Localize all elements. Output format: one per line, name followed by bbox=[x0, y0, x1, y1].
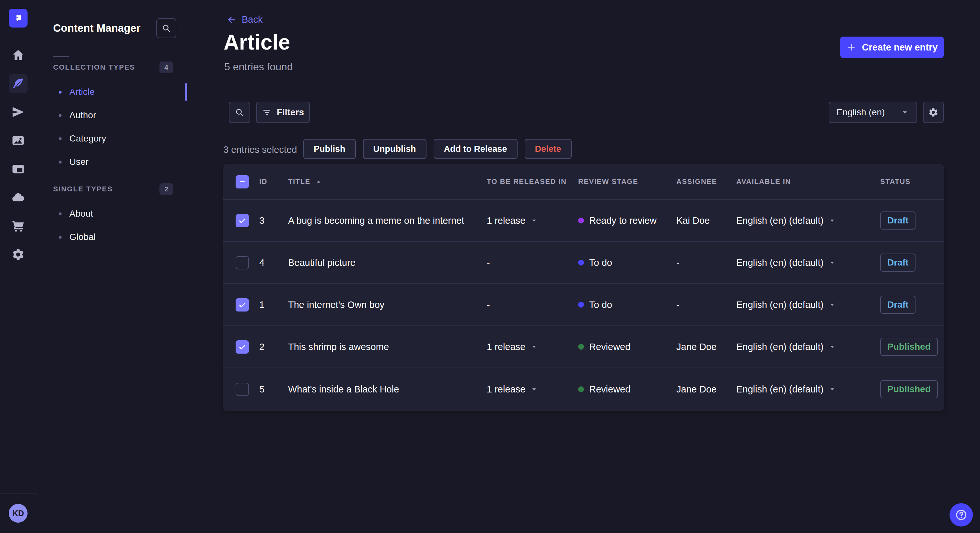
column-header-title-label: TITLE bbox=[288, 178, 310, 186]
filter-icon bbox=[262, 108, 272, 117]
table-row[interactable]: 1The internet's Own boy-To do-English (e… bbox=[223, 284, 944, 326]
add-to-release-button[interactable]: Add to Release bbox=[434, 139, 517, 159]
sidebar-divider bbox=[53, 56, 69, 57]
sidebar-item-category[interactable]: Category bbox=[37, 127, 187, 150]
main-content: Back Article 5 entries found Create new … bbox=[187, 0, 980, 533]
sidebar-item-about[interactable]: About bbox=[37, 202, 187, 225]
locale-label: English (en) (default) bbox=[736, 342, 824, 352]
status-badge: Draft bbox=[880, 211, 915, 230]
view-settings-button[interactable] bbox=[923, 102, 944, 123]
sort-ascending-icon bbox=[314, 178, 323, 186]
sidebar-item-author[interactable]: Author bbox=[37, 104, 187, 127]
row-checkbox[interactable] bbox=[235, 298, 249, 311]
rail-item-home[interactable] bbox=[9, 46, 27, 65]
search-icon bbox=[235, 108, 244, 117]
sidebar-item-global[interactable]: Global bbox=[37, 225, 187, 249]
sidebar-title: Content Manager bbox=[53, 22, 141, 34]
gear-icon bbox=[928, 107, 939, 117]
cell-assignee: Kai Doe bbox=[676, 215, 736, 226]
rail-item-marketplace[interactable] bbox=[9, 217, 27, 235]
status-badge: Published bbox=[880, 338, 938, 356]
cell-releases[interactable]: 1 release bbox=[487, 342, 578, 352]
strapi-logo-icon bbox=[13, 13, 23, 23]
table-row[interactable]: 3A bug is becoming a meme on the interne… bbox=[223, 200, 944, 242]
cell-review-stage: Ready to review bbox=[578, 215, 676, 226]
cell-title: What's inside a Black Hole bbox=[288, 384, 487, 395]
cell-status: Draft bbox=[880, 211, 944, 230]
locale-label: English (en) (default) bbox=[736, 215, 824, 226]
cell-locale[interactable]: English (en) (default) bbox=[736, 300, 880, 310]
rail-item-settings[interactable] bbox=[9, 245, 27, 264]
section-label: COLLECTION TYPES bbox=[53, 63, 135, 71]
bullet-icon bbox=[59, 114, 62, 117]
arrow-left-icon bbox=[227, 15, 237, 25]
filters-label: Filters bbox=[277, 107, 304, 117]
cell-releases: - bbox=[487, 300, 578, 310]
rail-item-media-library[interactable] bbox=[9, 131, 27, 150]
cell-locale[interactable]: English (en) (default) bbox=[736, 257, 880, 268]
sidebar-item-label: Category bbox=[69, 133, 106, 144]
publish-button[interactable]: Publish bbox=[303, 139, 356, 159]
strapi-logo[interactable] bbox=[9, 9, 27, 27]
stage-dot-icon bbox=[578, 217, 584, 224]
locale-label: English (en) (default) bbox=[736, 257, 824, 268]
cell-locale[interactable]: English (en) (default) bbox=[736, 384, 880, 395]
search-button[interactable] bbox=[229, 102, 250, 123]
cell-status: Draft bbox=[880, 296, 944, 314]
cell-status: Draft bbox=[880, 254, 944, 272]
stage-label: Reviewed bbox=[589, 384, 630, 395]
cell-releases[interactable]: 1 release bbox=[487, 384, 578, 395]
filters-button[interactable]: Filters bbox=[256, 102, 310, 123]
rail-item-content-manager[interactable] bbox=[9, 74, 27, 93]
cell-id: 2 bbox=[259, 342, 288, 352]
sidebar-search-button[interactable] bbox=[156, 18, 176, 38]
release-label: 1 release bbox=[487, 342, 525, 352]
sidebar-item-user[interactable]: User bbox=[37, 150, 187, 174]
cell-assignee: Jane Doe bbox=[676, 384, 736, 395]
status-badge: Draft bbox=[880, 254, 915, 272]
cell-locale[interactable]: English (en) (default) bbox=[736, 342, 880, 352]
table-row[interactable]: 4Beautiful picture-To do-English (en) (d… bbox=[223, 242, 944, 284]
cell-locale[interactable]: English (en) (default) bbox=[736, 215, 880, 226]
stage-dot-icon bbox=[578, 386, 584, 392]
check-icon bbox=[238, 343, 247, 351]
bullet-icon bbox=[59, 90, 62, 94]
create-new-entry-label: Create new entry bbox=[862, 42, 938, 53]
row-checkbox[interactable] bbox=[235, 383, 249, 396]
gear-icon bbox=[11, 248, 25, 261]
cell-releases[interactable]: 1 release bbox=[487, 215, 578, 226]
release-label: 1 release bbox=[487, 215, 525, 226]
row-checkbox[interactable] bbox=[235, 340, 249, 354]
locale-select[interactable]: English (en) bbox=[829, 102, 917, 123]
images-icon bbox=[11, 134, 25, 148]
status-badge: Published bbox=[880, 380, 938, 398]
user-avatar[interactable]: KD bbox=[9, 504, 27, 523]
check-icon bbox=[238, 216, 247, 225]
section-header: COLLECTION TYPES4 bbox=[37, 60, 187, 75]
row-checkbox[interactable] bbox=[235, 214, 249, 227]
rail-item-content-type-builder[interactable] bbox=[9, 160, 27, 178]
create-new-entry-button[interactable]: Create new entry bbox=[840, 36, 944, 58]
stage-label: To do bbox=[589, 257, 612, 268]
rail-item-releases[interactable] bbox=[9, 103, 27, 121]
entries-table: ID TITLE TO BE RELEASED IN REVIEW STAGE … bbox=[223, 164, 944, 411]
table-row[interactable]: 5What's inside a Black Hole1 releaseRevi… bbox=[223, 368, 944, 410]
release-label: - bbox=[487, 257, 490, 268]
chevron-down-icon bbox=[900, 108, 909, 117]
select-all-checkbox[interactable] bbox=[235, 175, 249, 189]
back-link[interactable]: Back bbox=[227, 14, 262, 25]
help-button[interactable] bbox=[950, 503, 973, 527]
section-count-badge: 2 bbox=[159, 183, 173, 195]
sidebar-item-article[interactable]: Article bbox=[37, 80, 187, 104]
row-checkbox[interactable] bbox=[235, 256, 249, 270]
cell-assignee: - bbox=[676, 257, 736, 268]
column-header-status: STATUS bbox=[880, 178, 944, 186]
unpublish-button[interactable]: Unpublish bbox=[363, 139, 426, 159]
sidebar-item-label: Global bbox=[69, 232, 95, 242]
column-header-title[interactable]: TITLE bbox=[288, 178, 487, 186]
delete-button[interactable]: Delete bbox=[525, 139, 572, 159]
cell-assignee: Jane Doe bbox=[676, 342, 736, 352]
table-row[interactable]: 2This shrimp is awesome1 releaseReviewed… bbox=[223, 326, 944, 368]
stage-label: Ready to review bbox=[589, 215, 657, 226]
rail-item-deploy[interactable] bbox=[9, 188, 27, 207]
